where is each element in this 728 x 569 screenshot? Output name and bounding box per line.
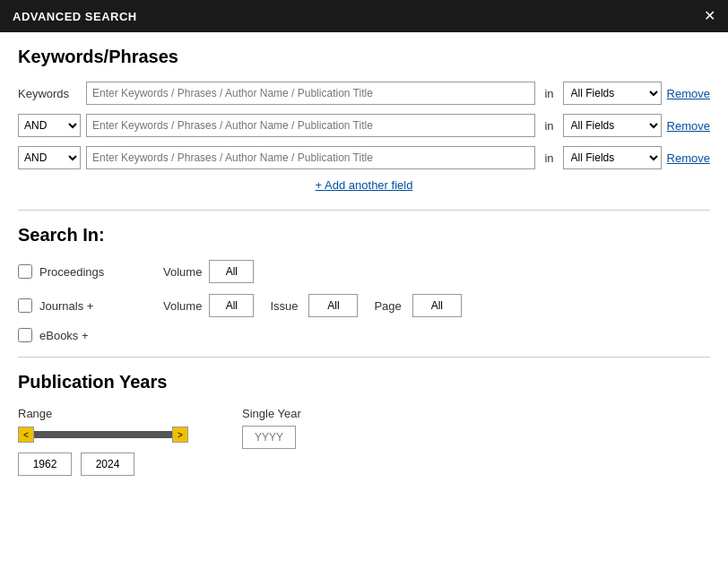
remove-button-2[interactable]: Remove [667, 119, 710, 133]
close-button[interactable]: ✕ [704, 9, 715, 23]
pub-years-section: Publication Years Range < > [18, 372, 710, 476]
search-in-title: Search In: [18, 225, 710, 246]
range-label: Range [18, 407, 188, 420]
single-year-input[interactable] [242, 426, 296, 449]
keyword-row-1: Keywords in All Fields Title Author Abst… [18, 82, 710, 105]
pub-years-title: Publication Years [18, 372, 710, 392]
ebooks-checkbox[interactable] [18, 328, 32, 342]
proceedings-checkbox[interactable] [18, 264, 32, 279]
journals-issue-input[interactable] [308, 294, 358, 317]
journals-page-input[interactable] [412, 294, 462, 317]
ebooks-label: eBooks + [39, 329, 129, 342]
remove-button-3[interactable]: Remove [667, 151, 710, 165]
journals-row: Journals + Volume Issue Page [18, 294, 710, 317]
journals-volume-label: Volume [163, 299, 202, 313]
range-max-input[interactable] [81, 453, 134, 476]
search-in-section: Search In: Proceedings Volume Journals +… [18, 225, 710, 342]
in-label-1: in [544, 87, 553, 100]
field-select-2[interactable]: All Fields Title Author Abstract [563, 114, 662, 137]
range-slider[interactable]: < > [18, 426, 188, 444]
operator-select-1[interactable]: AND OR NOT [18, 114, 81, 137]
single-year-col: Single Year [242, 407, 301, 449]
proceedings-row: Proceedings Volume [18, 260, 710, 283]
proceedings-volume-label: Volume [163, 265, 202, 279]
proceedings-label: Proceedings [39, 265, 129, 279]
journals-page-label: Page [374, 299, 401, 313]
divider-1 [18, 210, 710, 211]
keywords-section: Keywords/Phrases Keywords in All Fields … [18, 47, 710, 192]
keywords-section-title: Keywords/Phrases [18, 47, 710, 67]
remove-button-1[interactable]: Remove [667, 87, 710, 100]
add-field-button[interactable]: + Add another field [316, 178, 413, 192]
range-thumb-left[interactable]: < [18, 427, 34, 443]
in-label-3: in [544, 151, 553, 165]
single-year-label: Single Year [242, 407, 301, 420]
modal-body: Keywords/Phrases Keywords in All Fields … [0, 32, 728, 490]
keyword-row-2: AND OR NOT in All Fields Title Author Ab… [18, 114, 710, 137]
operator-select-2[interactable]: AND OR NOT [18, 146, 81, 169]
keyword-row-3: AND OR NOT in All Fields Title Author Ab… [18, 146, 710, 169]
field-select-3[interactable]: All Fields Title Author Abstract [563, 146, 662, 169]
keyword-input-2[interactable] [86, 114, 535, 137]
in-label-2: in [544, 119, 553, 133]
range-thumb-right[interactable]: > [172, 427, 188, 443]
range-col: Range < > [18, 407, 188, 476]
divider-2 [18, 357, 710, 358]
journals-checkbox[interactable] [18, 298, 32, 313]
journals-label: Journals + [39, 299, 129, 313]
years-row: Range < > Single Year [18, 407, 710, 476]
range-min-input[interactable] [18, 453, 72, 476]
keyword-input-1[interactable] [86, 82, 535, 105]
keyword-input-3[interactable] [86, 146, 535, 169]
proceedings-volume-input[interactable] [209, 260, 254, 283]
modal-header: ADVANCED SEARCH ✕ [0, 0, 728, 32]
range-track [18, 431, 188, 438]
journals-volume-input[interactable] [209, 294, 254, 317]
keywords-label: Keywords [18, 87, 81, 100]
search-in-rows: Proceedings Volume Journals + Volume Iss… [18, 260, 710, 342]
modal-title: ADVANCED SEARCH [13, 10, 137, 23]
journals-issue-label: Issue [270, 299, 298, 313]
pub-years-content: Range < > Single Year [18, 407, 710, 476]
ebooks-row: eBooks + [18, 328, 710, 342]
field-select-1[interactable]: All Fields Title Author Abstract [563, 82, 662, 105]
add-field-row: + Add another field [18, 178, 710, 192]
range-inputs-row [18, 453, 188, 476]
